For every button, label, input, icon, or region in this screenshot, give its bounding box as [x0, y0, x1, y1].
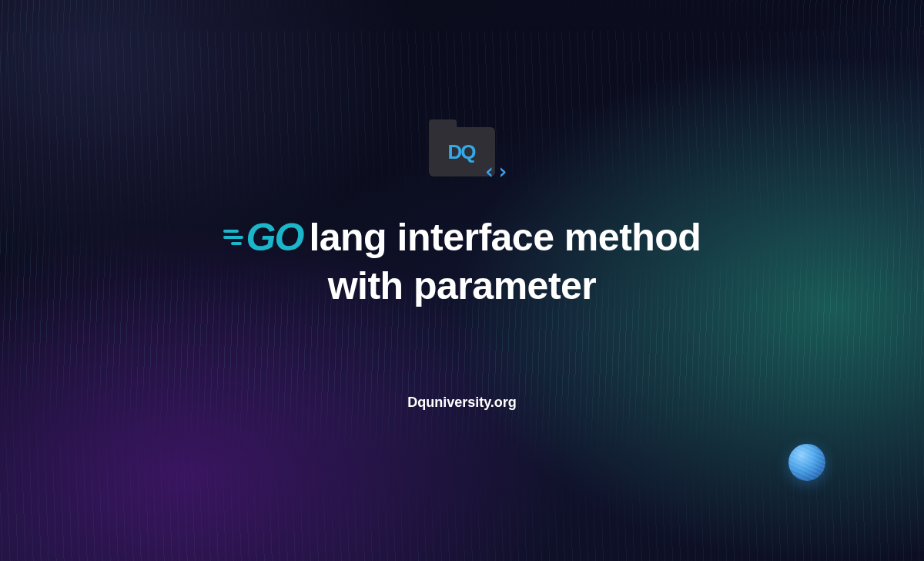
site-domain: Dquniversity.org [407, 395, 517, 411]
content-wrapper: DQ ‹› GO lang interface method with para… [0, 0, 924, 561]
golang-logo: GO [223, 213, 303, 262]
golang-wordmark: GO [246, 213, 303, 262]
title-line-2: with parameter [328, 262, 597, 311]
code-brackets-icon: ‹› [483, 159, 509, 184]
page-title: GO lang interface method with parameter [223, 213, 701, 310]
golang-speed-lines-icon [223, 230, 243, 245]
site-logo: DQ ‹› [429, 127, 495, 176]
folder-monogram: DQ [447, 140, 476, 164]
title-line-1: GO lang interface method [223, 213, 701, 262]
title-text-1: lang interface method [309, 213, 701, 262]
